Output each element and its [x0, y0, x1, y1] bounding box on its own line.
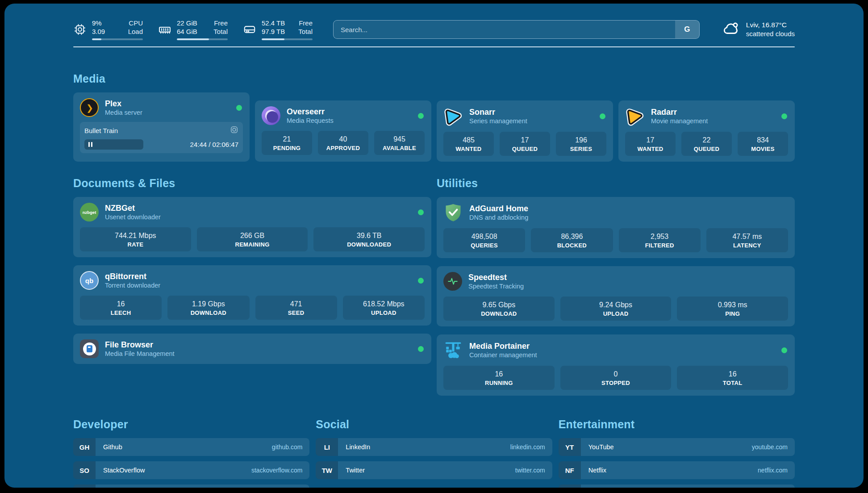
link-abbr: DT [73, 485, 96, 488]
status-dot [600, 113, 605, 119]
filebrowser-icon [80, 339, 99, 358]
service-title: Sonarr [469, 107, 593, 117]
stat-download: 9.65 Gbps DOWNLOAD [443, 297, 555, 321]
pause-icon [88, 142, 92, 147]
link-dev[interactable]: DT DEV dev.to [73, 485, 309, 488]
bookmarks-developer: Developer GH Github github.com SO StackO… [73, 418, 309, 488]
search-provider-button[interactable]: G [675, 21, 699, 38]
stat-running: 16 RUNNING [443, 366, 555, 390]
service-title: Speedtest [468, 272, 788, 282]
cpu-load-label: Load [126, 27, 143, 36]
status-dot [418, 113, 424, 119]
stat-queued: 17 QUEUED [500, 132, 550, 156]
stat-stopped: 0 STOPPED [560, 366, 672, 390]
disk-widget: 52.4 TB 97.9 TB Free Total [243, 19, 313, 40]
card-qbittorrent[interactable]: qb qBittorrent Torrent downloader 16 LEE… [73, 265, 431, 326]
radarr-icon [625, 106, 645, 126]
card-nzbget[interactable]: nzbget NZBGet Usenet downloader 744.21 M… [73, 197, 431, 257]
system-stats: 9% 3.09 CPU Load [73, 19, 313, 40]
sonarr-icon [443, 106, 463, 126]
stat-total: 16 TOTAL [677, 366, 788, 390]
search-input[interactable] [334, 21, 675, 38]
service-description: Media server [105, 109, 230, 117]
stat-movies: 834 MOVIES [738, 132, 788, 156]
weather-condition: scattered clouds [746, 29, 795, 38]
disk-free-label: Free [296, 19, 313, 27]
card-speedtest[interactable]: Speedtest Speedtest Tracking 9.65 Gbps D… [437, 266, 795, 326]
memory-total-label: Total [211, 27, 228, 36]
link-reddit[interactable]: RE Reddit reddit.com [559, 485, 795, 488]
utilities-column: Utilities [437, 177, 795, 396]
service-description: Torrent downloader [105, 281, 412, 290]
stat-queries: 498,508 QUERIES [443, 228, 525, 252]
link-netflix[interactable]: NF Netflix netflix.com [559, 461, 795, 479]
card-overseerr[interactable]: Overseerr Media Requests 21 PENDING 40 A… [255, 100, 431, 162]
stat-downloaded: 39.6 TB DOWNLOADED [313, 227, 425, 251]
service-description: Usenet downloader [105, 213, 412, 221]
qbittorrent-icon: qb [80, 271, 99, 290]
weather-widget: Lviv, 16.87°C scattered clouds [721, 19, 795, 40]
service-title: NZBGet [105, 203, 412, 213]
card-adguard[interactable]: AdGuard Home DNS and adblocking 498,508 … [437, 197, 795, 258]
card-plex[interactable]: Plex Media server Bullet Train [73, 92, 250, 162]
section-title-developer: Developer [73, 418, 309, 431]
memory-free-label: Free [211, 19, 228, 27]
service-description: Media File Management [105, 350, 412, 358]
plex-icon [80, 98, 99, 117]
portainer-icon [443, 340, 463, 360]
stat-download: 1.19 Gbps DOWNLOAD [167, 296, 249, 320]
stat-pending: 21 PENDING [262, 131, 312, 155]
link-stackoverflow[interactable]: SO StackOverflow stackoverflow.com [73, 461, 309, 479]
link-twitter[interactable]: TW Twitter twitter.com [316, 461, 552, 479]
status-dot [236, 105, 242, 111]
dashboard: 9% 3.09 CPU Load [4, 4, 864, 488]
bookmarks-social: Social LI LinkedIn linkedin.com TW Twitt… [316, 418, 552, 488]
stat-queued: 22 QUEUED [681, 132, 732, 156]
stat-blocked: 86,396 BLOCKED [531, 228, 613, 252]
cpu-icon [73, 23, 87, 36]
service-description: Movie management [651, 117, 775, 125]
section-title-media: Media [73, 72, 795, 85]
stat-remaining: 266 GB REMAINING [197, 227, 308, 251]
disk-total-label: Total [296, 27, 313, 36]
stat-filtered: 2,953 FILTERED [619, 228, 701, 252]
status-dot [781, 113, 787, 119]
service-title: Media Portainer [469, 341, 775, 351]
link-abbr: GH [73, 438, 96, 456]
stat-wanted: 485 WANTED [443, 132, 494, 156]
card-filebrowser[interactable]: File Browser Media File Management [73, 334, 431, 364]
pause-button[interactable] [84, 139, 143, 150]
service-description: DNS and adblocking [469, 213, 788, 222]
stat-approved: 40 APPROVED [318, 131, 368, 155]
header: 9% 3.09 CPU Load [73, 4, 795, 40]
link-youtube[interactable]: YT YouTube youtube.com [559, 438, 795, 456]
service-description: Speedtest Tracking [468, 282, 788, 291]
stat-ping: 0.993 ms PING [677, 297, 788, 321]
card-radarr[interactable]: Radarr Movie management 17 WANTED 22 QUE… [618, 100, 795, 162]
disk-total-value: 97.9 TB [262, 27, 287, 36]
media-grid: Plex Media server Bullet Train [73, 92, 795, 162]
now-playing-title: Bullet Train [84, 127, 118, 134]
link-abbr: TW [316, 461, 338, 479]
card-portainer[interactable]: Media Portainer Container management 16 … [437, 334, 795, 396]
link-linkedin[interactable]: LI LinkedIn linkedin.com [316, 438, 552, 456]
disk-icon [243, 23, 256, 36]
speedtest-icon [443, 272, 462, 291]
stat-upload: 9.24 Gbps UPLOAD [560, 297, 672, 321]
service-description: Series management [469, 117, 593, 125]
card-sonarr[interactable]: Sonarr Series management 485 WANTED 17 Q… [437, 100, 613, 162]
service-title: qBittorrent [105, 272, 412, 281]
section-title-entertainment: Entertainment [559, 418, 795, 431]
link-github[interactable]: GH Github github.com [73, 438, 309, 456]
status-dot [418, 209, 424, 215]
status-dot [418, 278, 424, 284]
session-settings-icon[interactable] [230, 125, 238, 135]
link-abbr: YT [559, 438, 581, 456]
stat-rate: 744.21 Mbps RATE [80, 227, 191, 251]
memory-free-value: 22 GiB [177, 19, 202, 27]
adguard-icon [443, 203, 463, 222]
memory-progress-bar [177, 38, 228, 40]
weather-location: Lviv, 16.87°C [746, 21, 795, 29]
memory-icon [158, 23, 171, 36]
service-title: AdGuard Home [469, 204, 788, 213]
